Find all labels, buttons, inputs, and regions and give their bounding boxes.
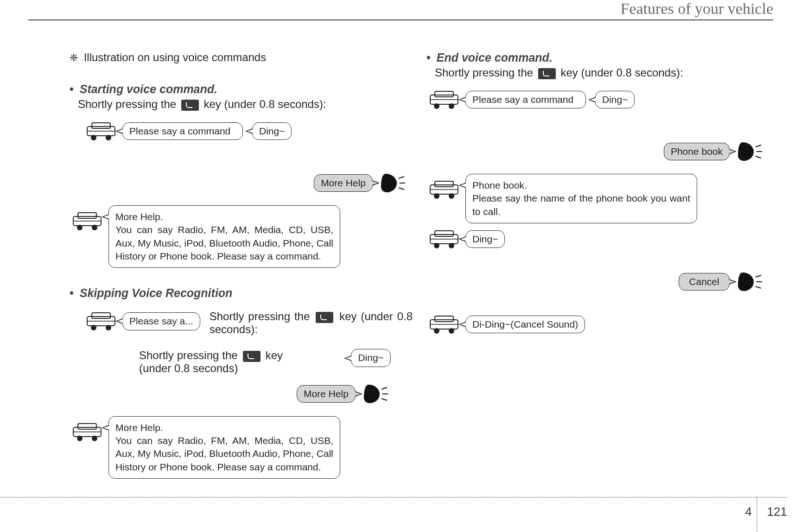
row-more-help-user: More Help (70, 170, 413, 196)
svg-point-10 (77, 225, 83, 230)
bubble-phone-book-block: Phone book. Please say the name of the p… (465, 174, 697, 223)
car-icon (70, 210, 105, 232)
speaking-head-icon (376, 170, 408, 196)
car-icon (83, 120, 119, 142)
row-cancel-user: Cancel (426, 269, 769, 295)
phone-book-l2: Please say the name of the phone book yo… (472, 193, 690, 216)
svg-point-15 (91, 325, 96, 330)
skip-text-2: Shortly pressing the key (under 0.8 seco… (139, 349, 283, 375)
svg-rect-14 (92, 313, 110, 318)
svg-rect-9 (78, 213, 96, 218)
key-instruction-post: key (under 0.8 seconds): (203, 98, 326, 110)
svg-point-3 (106, 135, 111, 140)
speaking-head-icon (733, 139, 765, 165)
voice-key-icon (316, 312, 333, 323)
svg-rect-27 (435, 91, 453, 97)
header-title: Features of your vehicle (621, 0, 774, 18)
footer-page: 121 (767, 505, 787, 519)
svg-point-16 (106, 325, 111, 330)
section-start-voice-text: Starting voice command. (80, 82, 217, 95)
svg-point-42 (449, 243, 454, 248)
svg-point-24 (92, 436, 97, 441)
document-page: Features of your vehicle ❈ Illustration … (0, 0, 801, 532)
more-help-l1: More Help. (115, 210, 333, 223)
skip-row-1: Please say a... Shortly pressing the key… (70, 310, 413, 336)
illustration-heading-text: Illustration on using voice commands (84, 51, 267, 63)
svg-line-20 (381, 399, 387, 400)
svg-line-5 (399, 177, 404, 178)
svg-point-50 (449, 328, 454, 334)
svg-point-28 (434, 103, 439, 109)
svg-rect-48 (435, 316, 453, 322)
voice-key-icon (181, 100, 199, 111)
car-icon (426, 313, 462, 336)
svg-line-33 (756, 156, 761, 158)
svg-rect-40 (435, 231, 453, 236)
voice-key-icon (538, 68, 556, 79)
svg-line-18 (381, 387, 387, 389)
bubble-cancel: Cancel (679, 273, 730, 291)
left-column: ❈ Illustration on using voice commands •… (70, 51, 413, 483)
svg-point-29 (449, 103, 454, 109)
car-icon (426, 228, 462, 250)
row-cancel-sound: Di-Ding~(Cancel Sound) (426, 313, 769, 336)
bubble-more-help: More Help (314, 174, 373, 192)
car-icon (70, 421, 105, 443)
bubble-cancel-sound: Di-Ding~(Cancel Sound) (465, 316, 585, 333)
skip-text-1: Shortly pressing the key (under 0.8 seco… (210, 310, 413, 336)
illustration-heading: ❈ Illustration on using voice commands (70, 51, 413, 64)
row-phone-book-user: Phone book (426, 139, 769, 165)
svg-rect-1 (92, 123, 110, 128)
car-icon (83, 310, 119, 332)
section-end-voice: • End voice command. (426, 51, 769, 64)
speaking-head-icon (733, 269, 765, 295)
bubble-say-command: Please say a command (122, 122, 243, 140)
svg-point-23 (77, 436, 83, 441)
bubble-ding-2: Ding~ (351, 349, 390, 367)
svg-point-49 (434, 328, 439, 334)
section-skip-voice-text: Skipping Voice Recognition (80, 286, 233, 299)
footer-vert-line (756, 498, 757, 532)
svg-line-7 (399, 188, 404, 190)
svg-line-31 (756, 145, 761, 147)
section-start-voice: • Starting voice command. (70, 82, 413, 96)
svg-point-37 (449, 193, 454, 199)
svg-rect-35 (435, 181, 453, 187)
row-more-help-block-2: More Help. You can say Radio, FM, AM, Me… (70, 416, 413, 479)
svg-line-44 (756, 275, 761, 277)
row-say-command: Please say a command Ding~ (83, 120, 413, 142)
svg-point-36 (434, 193, 439, 199)
skip-row-2: Shortly pressing the key (under 0.8 seco… (70, 349, 413, 406)
bubble-ding: Ding~ (252, 122, 292, 140)
skip-text-2-pre: Shortly pressing the (139, 349, 238, 361)
key-instruction-post-r: key (under 0.8 seconds): (560, 66, 683, 79)
svg-point-2 (91, 135, 96, 140)
bubble-ding-r: Ding~ (595, 91, 635, 108)
bullet-icon: • (70, 286, 74, 299)
right-column: • End voice command. Shortly pressing th… (426, 51, 769, 340)
header-rule (28, 19, 773, 20)
speaking-head-icon (359, 381, 391, 407)
more-help2-l1: More Help. (115, 421, 333, 434)
bubble-more-help-block-2: More Help. You can say Radio, FM, AM, Me… (108, 416, 340, 479)
voice-key-icon (243, 351, 261, 362)
row-more-help-block: More Help. You can say Radio, FM, AM, Me… (70, 205, 413, 268)
footer-dashed-line (0, 497, 787, 498)
bubble-say-a: Please say a... (122, 312, 200, 330)
phone-book-l1: Phone book. (472, 179, 690, 192)
key-instruction-pre: Shortly pressing the (78, 98, 176, 110)
bubble-more-help-block: More Help. You can say Radio, FM, AM, Me… (108, 205, 340, 268)
skip-text-1-pre: Shortly pressing the (210, 310, 310, 323)
bubble-ding2: Ding~ (465, 230, 505, 248)
section-skip-voice: • Skipping Voice Recognition (70, 286, 413, 300)
row-ding2: Ding~ (426, 228, 769, 250)
svg-line-46 (756, 286, 761, 288)
row-phone-book-block: Phone book. Please say the name of the p… (426, 174, 769, 223)
more-help-l2: You can say Radio, FM, AM, Media, CD, US… (115, 224, 333, 261)
car-icon (426, 89, 462, 111)
row-say-command-r: Please say a command Ding~ (426, 89, 769, 111)
key-instruction-line-right: Shortly pressing the key (under 0.8 seco… (435, 66, 769, 79)
more-help2-l2: You can say Radio, FM, AM, Media, CD, US… (115, 435, 333, 472)
bullet-icon: • (70, 82, 74, 95)
svg-point-11 (92, 225, 97, 230)
